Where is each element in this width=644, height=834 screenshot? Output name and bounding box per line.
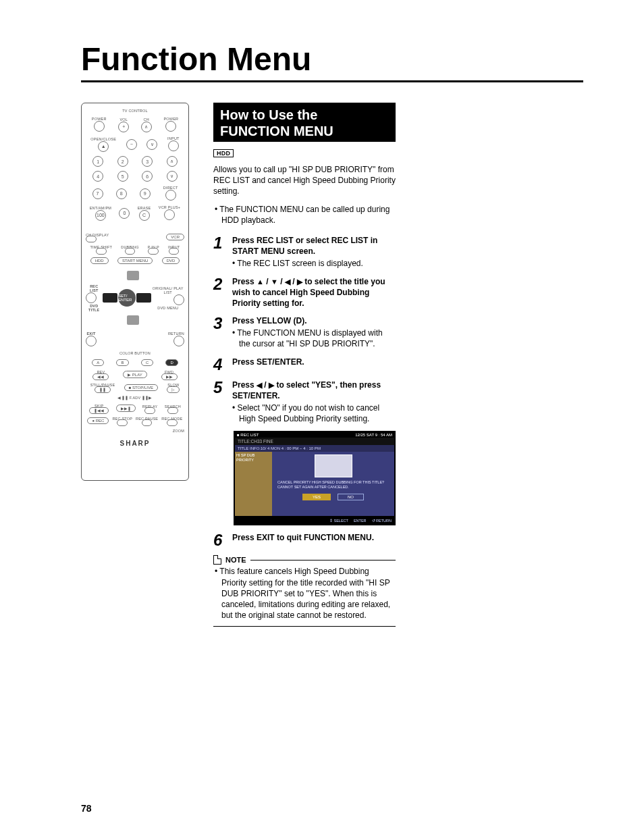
dpad-right-button[interactable]	[136, 293, 151, 303]
digit-8-button[interactable]: 8	[116, 188, 127, 199]
osd-no-button[interactable]: NO	[338, 494, 364, 500]
slow-button[interactable]: ▷	[167, 386, 180, 393]
ch-up-button[interactable]: ∧	[141, 122, 152, 132]
page-title: Function Menu	[81, 41, 583, 82]
vcrplus-button[interactable]	[164, 209, 175, 220]
c-button[interactable]: C	[139, 210, 150, 221]
page-number: 78	[81, 803, 92, 814]
exit-button[interactable]	[86, 336, 97, 346]
time-shift-button[interactable]	[96, 248, 107, 255]
pause-button[interactable]: ❚❚	[95, 386, 111, 393]
return-button[interactable]	[173, 336, 184, 346]
digit-7-button[interactable]: 7	[92, 188, 103, 199]
skip-fwd-button[interactable]: ▶▶❚	[116, 405, 136, 412]
osd-message: CANCEL PRIORITY HIGH SPEED DUBBING FOR T…	[275, 480, 392, 490]
power-button[interactable]	[94, 121, 105, 132]
rec-mode-button[interactable]	[167, 419, 178, 426]
vol-label: VOL	[118, 118, 129, 122]
dpad-left-button[interactable]	[103, 293, 117, 303]
color-c-button[interactable]: C	[141, 359, 153, 366]
section-header-line1: How to Use the	[220, 107, 317, 122]
ch-down-button[interactable]: ∨	[146, 139, 157, 150]
hdd-badge: HDD	[213, 149, 234, 157]
start-menu-button[interactable]: START MENU	[117, 257, 153, 264]
dpad-down-button[interactable]	[127, 315, 139, 325]
brand-label: SHARP	[119, 440, 150, 447]
note-label: NOTE	[225, 556, 246, 564]
step-2-lead: Press ▲ / ▼ / ◀ / ▶ to select the title …	[232, 276, 396, 309]
skip-back-button[interactable]: ❚◀◀	[89, 407, 109, 414]
step-6: 6 Press EXIT to quit FUNCTION MENU.	[213, 532, 396, 548]
color-d-button[interactable]: D	[165, 359, 178, 366]
dvd-button[interactable]: DVD	[162, 257, 180, 264]
rec-pause-button[interactable]	[142, 419, 153, 426]
ch-display-button[interactable]	[86, 236, 97, 242]
osd-footer-enter: ENTER	[354, 519, 367, 523]
rev-button[interactable]: ◀◀	[92, 373, 109, 380]
digit-100-button[interactable]: 100	[95, 210, 106, 221]
open-close-button[interactable]: ▲	[98, 141, 109, 152]
digit-4-button[interactable]: 4	[92, 171, 103, 182]
search-button[interactable]	[167, 407, 178, 414]
note-text: This feature cancels High Speed Dubbing …	[213, 566, 396, 627]
digit-1-button[interactable]: 1	[92, 156, 103, 167]
vcr-button[interactable]: VCR	[166, 234, 184, 240]
fwd-button[interactable]: ▶▶	[161, 373, 178, 380]
vol-down-button[interactable]: −	[126, 139, 137, 150]
direct-button[interactable]	[165, 190, 176, 201]
original-playlist-button[interactable]	[173, 294, 184, 305]
osd-info-line: TITLE INFO:10/ 4 MON 4 : 00 PM − 4 : 10 …	[235, 445, 394, 452]
intro-bullet: The FUNCTION MENU can be called up durin…	[213, 204, 396, 226]
color-a-button[interactable]: A	[92, 359, 104, 366]
replay-button[interactable]	[144, 407, 155, 414]
hdd-button[interactable]: HDD	[90, 257, 109, 264]
rec-list-label: REC LIST	[86, 284, 103, 292]
zoom-label: ZOOM	[173, 429, 184, 433]
digit-3-button[interactable]: 3	[142, 156, 153, 167]
input-button[interactable]	[168, 140, 179, 151]
rec-list-button[interactable]	[86, 292, 97, 303]
step-5: 5 Press ◀ / ▶ to select "YES", then pres…	[213, 380, 396, 425]
pinp-button[interactable]	[148, 248, 159, 255]
intro-text: Allows you to call up "HI SP DUB PRIORIT…	[213, 164, 396, 197]
ch2-up-button[interactable]: ∧	[167, 156, 178, 167]
digit-6-button[interactable]: 6	[142, 171, 153, 182]
dubbing-button[interactable]	[125, 248, 136, 255]
step-5-sub: Select "NO" if you do not wish to cancel…	[232, 402, 396, 424]
open-close-label: OPEN/CLOSE	[90, 137, 116, 141]
osd-screenshot: ■ REC LIST 12/25 SAT 9 : 54 AM TITLE:CH3…	[234, 431, 396, 525]
erase-label: ERASE	[138, 206, 151, 210]
dvd-title-label: DVD TITLE	[86, 304, 103, 312]
note-header: NOTE	[213, 555, 396, 565]
step-5-lead: Press ◀ / ▶ to select "YES", then press …	[232, 380, 396, 401]
rec-button[interactable]: ● REC	[87, 417, 109, 424]
tv-control-label: TV CONTROL	[122, 109, 147, 113]
osd-yes-button[interactable]: YES	[302, 494, 331, 500]
step-6-number: 6	[213, 532, 227, 548]
input2-button[interactable]	[169, 248, 180, 255]
stop-live-button[interactable]: ■ STOP/LIVE	[124, 384, 158, 391]
step-2-number: 2	[213, 276, 227, 309]
ch-label: CH	[141, 118, 152, 122]
note-icon	[213, 555, 221, 565]
color-b-button[interactable]: B	[116, 359, 128, 366]
rec-stop-button[interactable]	[117, 419, 128, 426]
step-4: 4 Press SET/ENTER.	[213, 357, 396, 373]
step-3-lead: Press YELLOW (D).	[232, 315, 396, 326]
dpad-up-button[interactable]	[127, 271, 139, 280]
step-4-number: 4	[213, 357, 227, 373]
step-1-lead: Press REC LIST or select REC LIST in STA…	[232, 235, 396, 257]
digit-0-button[interactable]: 0	[119, 208, 130, 219]
tv-power-button[interactable]	[165, 121, 176, 132]
ch2-down-button[interactable]: ∨	[167, 171, 178, 182]
left2-icon: ◀	[257, 380, 262, 390]
vol-up-button[interactable]: +	[118, 122, 129, 132]
set-enter-button[interactable]: SET/ ENTER	[118, 289, 136, 307]
digit-5-button[interactable]: 5	[117, 171, 128, 182]
digit-2-button[interactable]: 2	[117, 156, 128, 167]
osd-title-line: TITLE:CH33 FINE	[235, 438, 394, 445]
osd-rec-list: ■ REC LIST	[237, 433, 259, 437]
play-button[interactable]: ▶ PLAY	[123, 371, 147, 378]
digit-9-button[interactable]: 9	[140, 188, 151, 199]
step-1-number: 1	[213, 235, 227, 269]
